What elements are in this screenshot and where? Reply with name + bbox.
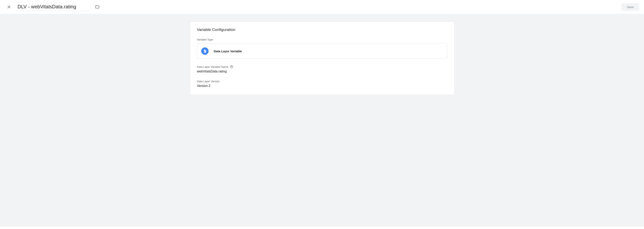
variable-name-group: Data Layer Variable Name webVitalsData.r…: [197, 65, 447, 73]
title-area: [17, 3, 101, 11]
close-button[interactable]: [5, 3, 13, 11]
variable-name-input[interactable]: [17, 3, 90, 11]
data-layer-version-label: Data Layer Version: [197, 80, 447, 83]
data-layer-version-group: Data Layer Version Version 2: [197, 80, 447, 88]
folder-icon: [95, 5, 100, 9]
variable-name-value: webVitalsData.rating: [197, 70, 447, 73]
variable-name-label-text: Data Layer Variable Name: [197, 65, 228, 68]
editor-canvas: Variable Configuration Variable Type Dat…: [0, 14, 644, 227]
close-icon: [7, 5, 11, 9]
top-bar: Save: [0, 0, 644, 14]
help-icon[interactable]: [230, 65, 233, 68]
folder-button[interactable]: [94, 3, 101, 10]
variable-name-label: Data Layer Variable Name: [197, 65, 447, 68]
data-layer-version-value: Version 2: [197, 84, 447, 88]
data-layer-variable-icon: [201, 48, 208, 55]
variable-type-selector[interactable]: Data Layer Variable: [197, 44, 447, 58]
variable-type-value: Data Layer Variable: [214, 50, 242, 53]
card-title: Variable Configuration: [197, 28, 447, 32]
variable-type-label: Variable Type: [197, 38, 447, 41]
save-button[interactable]: Save: [622, 3, 639, 11]
variable-configuration-card: Variable Configuration Variable Type Dat…: [190, 22, 454, 95]
